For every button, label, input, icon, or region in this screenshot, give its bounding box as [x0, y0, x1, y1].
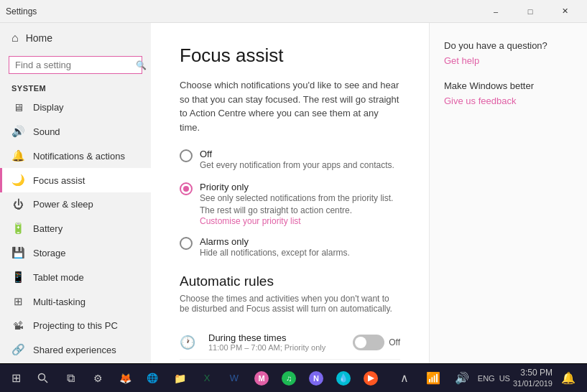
tablet-icon: 📱 [11, 271, 24, 284]
battery-icon: 🔋 [11, 222, 24, 235]
task-view-button[interactable]: ⧉ [57, 365, 83, 391]
sidebar-item-sound[interactable]: 🔊 Sound [0, 119, 151, 144]
show-hidden-icons[interactable]: ∧ [392, 365, 417, 391]
sidebar-item-display[interactable]: 🖥 Display [0, 95, 151, 119]
radio-circle-off[interactable] [180, 149, 193, 162]
settings-window: Settings – □ ✕ ⌂ Home 🔍 System 🖥 Display [0, 0, 587, 392]
taskbar-left: ⊞ ⧉ ⚙ 🦊 🌐 📁 X W [3, 365, 384, 391]
rule-sub-times: 11:00 PM – 7:00 AM; Priority only [208, 343, 346, 352]
search-button[interactable] [30, 365, 56, 391]
sidebar-item-shared[interactable]: 🔗 Shared experiences [0, 337, 151, 362]
focus-icon: 🌙 [11, 174, 24, 187]
page-title: Focus assist [180, 45, 400, 67]
word-app-button[interactable]: W [221, 365, 247, 391]
date-value: 31/01/2019 [513, 378, 553, 388]
power-icon: ⏻ [11, 198, 24, 210]
radio-option-alarms[interactable]: Alarms only Hide all notifications, exce… [180, 236, 400, 259]
network-icon[interactable]: 📶 [420, 365, 446, 391]
radio-option-priority[interactable]: Priority only See only selected notifica… [180, 182, 400, 227]
notifications-taskbar-btn[interactable]: 🔔 [555, 365, 581, 391]
sidebar-item-storage[interactable]: 💾 Storage [0, 241, 151, 265]
time-value: 3:50 PM [513, 368, 553, 379]
storage-icon: 💾 [11, 246, 24, 259]
automatic-rules-desc: Choose the times and activities when you… [180, 294, 400, 314]
system-section-label: System [0, 80, 151, 95]
volume-icon[interactable]: 🔊 [449, 365, 475, 391]
radio-text-off: Off Get every notification from your app… [200, 149, 394, 172]
start-button[interactable]: ⊞ [3, 365, 29, 391]
search-input[interactable] [15, 60, 136, 70]
sidebar-item-battery[interactable]: 🔋 Battery [0, 216, 151, 241]
radio-label-priority: Priority only [200, 182, 400, 192]
rule-during-times: 🕐 During these times 11:00 PM – 7:00 AM;… [180, 325, 400, 360]
sidebar-item-notifications[interactable]: 🔔 Notifications & actions [0, 144, 151, 168]
taskbar-clock[interactable]: 3:50 PM 31/01/2019 [513, 368, 553, 389]
app8-button[interactable]: 💧 [331, 365, 356, 391]
firefox-app-button[interactable]: 🦊 [112, 365, 138, 391]
help-question: Do you have a question? [444, 40, 573, 51]
radio-circle-alarms[interactable] [180, 237, 193, 250]
display-icon: 🖥 [11, 101, 24, 113]
close-button[interactable]: ✕ [548, 0, 581, 23]
search-box[interactable]: 🔍 [9, 56, 142, 74]
home-icon: ⌂ [11, 32, 19, 45]
taskbar: ⊞ ⧉ ⚙ 🦊 🌐 📁 X W [0, 363, 587, 392]
sidebar-item-label: Storage [33, 248, 66, 258]
language-label: ENG [478, 374, 495, 383]
content-area: ⌂ Home 🔍 System 🖥 Display 🔊 Sound 🔔 Noti… [0, 23, 587, 363]
radio-circle-priority[interactable] [180, 182, 193, 195]
clock-icon: 🕐 [180, 335, 201, 350]
get-help-link[interactable]: Get help [444, 55, 573, 66]
window-controls: – □ ✕ [479, 0, 581, 23]
sidebar-item-label: Battery [33, 223, 63, 234]
give-feedback-link[interactable]: Give us feedback [444, 95, 573, 106]
main-content: Focus assist Choose which notifications … [151, 23, 429, 363]
app5-button[interactable]: M [249, 365, 274, 391]
radio-desc-priority: See only selected notifications from the… [200, 192, 400, 217]
sidebar-item-projecting[interactable]: 📽 Projecting to this PC [0, 314, 151, 337]
svg-line-1 [45, 380, 47, 383]
page-description: Choose which notifications you'd like to… [180, 78, 400, 134]
sidebar-item-power[interactable]: ⏻ Power & sleep [0, 192, 151, 216]
radio-option-off[interactable]: Off Get every notification from your app… [180, 149, 400, 172]
make-better-label: Make Windows better [444, 80, 573, 91]
toggle-times[interactable] [353, 335, 384, 350]
radio-text-priority: Priority only See only selected notifica… [200, 182, 400, 227]
sidebar-item-multitask[interactable]: ⊞ Multi-tasking [0, 289, 151, 314]
app9-button[interactable]: ▶ [358, 365, 384, 391]
radio-desc-alarms: Hide all notifications, except for alarm… [200, 247, 350, 259]
sidebar-item-label: Focus assist [33, 175, 85, 186]
sidebar-item-tablet[interactable]: 📱 Tablet mode [0, 265, 151, 289]
radio-desc-off: Get every notification from your apps an… [200, 159, 394, 172]
sidebar-item-label: Projecting to this PC [33, 320, 118, 331]
sidebar-item-label: Display [33, 102, 64, 113]
sidebar-item-focus[interactable]: 🌙 Focus assist [0, 168, 151, 192]
app7-button[interactable]: N [303, 365, 329, 391]
chrome-app-button[interactable]: 🌐 [139, 365, 165, 391]
settings-app-button[interactable]: ⚙ [85, 365, 111, 391]
notifications-icon: 🔔 [11, 149, 24, 162]
titlebar: Settings – □ ✕ [0, 0, 587, 23]
sidebar-item-label: Shared experiences [33, 345, 116, 355]
minimize-button[interactable]: – [479, 0, 512, 23]
maximize-button[interactable]: □ [514, 0, 547, 23]
sound-icon: 🔊 [11, 125, 24, 138]
sidebar-home[interactable]: ⌂ Home [0, 23, 151, 53]
toggle-times-label: Off [389, 337, 400, 347]
toggle-times-wrap: Off [353, 335, 400, 350]
search-icon: 🔍 [136, 60, 147, 70]
explorer-app-button[interactable]: 📁 [167, 365, 193, 391]
projecting-icon: 📽 [11, 319, 24, 332]
sidebar-item-label: Tablet mode [33, 272, 84, 283]
app6-button[interactable]: ♫ [276, 365, 302, 391]
excel-app-button[interactable]: X [194, 365, 220, 391]
taskbar-right: ∧ 📶 🔊 ENG US 3:50 PM 31/01/2019 🔔 [392, 365, 584, 391]
rule-title-times: During these times [208, 332, 346, 343]
radio-text-alarms: Alarms only Hide all notifications, exce… [200, 236, 350, 259]
rule-text-times: During these times 11:00 PM – 7:00 AM; P… [208, 332, 346, 352]
sidebar-item-label: Sound [33, 126, 60, 137]
home-label: Home [26, 32, 52, 44]
customize-priority-link[interactable]: Customise your priority list [200, 216, 400, 226]
sidebar-item-label: Power & sleep [33, 199, 93, 210]
shared-icon: 🔗 [11, 343, 24, 356]
